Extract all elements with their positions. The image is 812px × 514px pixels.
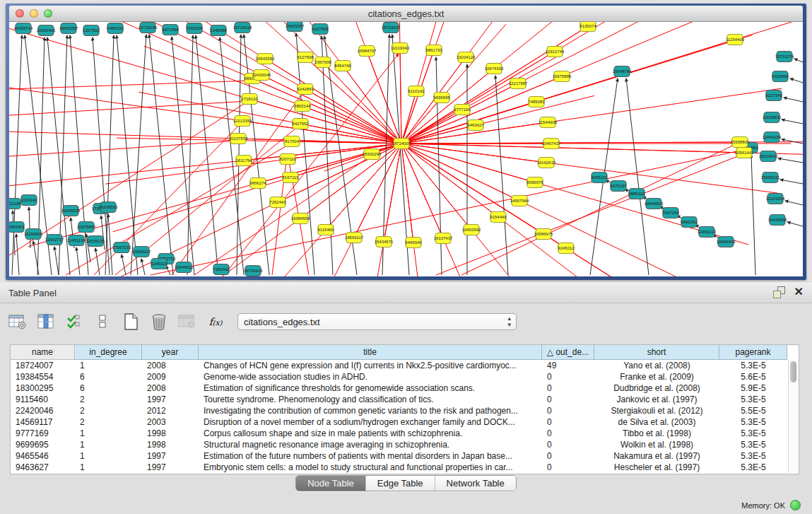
graph-node[interactable]: 9777169 <box>454 105 471 115</box>
graph-node[interactable]: 7637242 <box>662 208 679 218</box>
graph-node[interactable]: 10944523 <box>645 199 664 209</box>
deselect-all-icon[interactable] <box>92 311 113 332</box>
graph-node[interactable]: 1811794 <box>236 156 253 166</box>
graph-node[interactable]: 15751074 <box>775 52 794 62</box>
graph-node[interactable]: 9886101 <box>628 189 645 199</box>
graph-node[interactable]: 7252443 <box>269 197 286 208</box>
graph-node[interactable]: 9331106 <box>9 199 21 209</box>
graph-node[interactable]: 15723418 <box>233 23 252 33</box>
graph-node[interactable]: 9154469 <box>490 212 507 223</box>
graph-node[interactable]: 16563287 <box>286 22 305 32</box>
graph-node[interactable]: 1327602 <box>83 25 100 36</box>
table-row[interactable]: 946554611997Estimation of the future num… <box>11 450 799 462</box>
graph-node[interactable]: 19384554 <box>291 214 310 224</box>
graph-node[interactable]: 16648784 <box>613 66 632 77</box>
table-row[interactable]: 977716911998Corpus callosum shape and si… <box>11 428 799 439</box>
tab-network-table[interactable]: Network Table <box>435 476 516 491</box>
graph-node[interactable]: 10975887 <box>77 222 96 233</box>
graph-node[interactable]: 12450122 <box>698 227 717 238</box>
graph-node[interactable]: 12921744 <box>546 47 565 57</box>
graph-node[interactable]: 14569117 <box>345 233 364 243</box>
graph-node[interactable]: 10975886 <box>553 71 572 82</box>
table-row[interactable]: 1830029562008Estimation of significance … <box>11 382 799 394</box>
graph-node[interactable]: 20691406 <box>37 25 56 36</box>
graph-node[interactable]: 12444154 <box>763 132 782 143</box>
graph-node[interactable]: 7615526 <box>186 23 203 34</box>
graph-node[interactable]: 10543392 <box>256 54 275 64</box>
scrollbar-thumb[interactable] <box>790 361 796 382</box>
new-document-icon[interactable] <box>120 311 141 332</box>
graph-node[interactable]: 12505135 <box>86 236 105 247</box>
select-all-icon[interactable] <box>64 311 85 332</box>
graph-node[interactable]: 9127508 <box>297 52 314 63</box>
graph-node[interactable]: 44355714 <box>14 23 33 34</box>
graph-node[interactable]: 10958107 <box>132 247 151 257</box>
graph-node[interactable]: 8454749 <box>334 61 351 71</box>
graph-node[interactable]: 15724007 <box>382 23 401 33</box>
table-row[interactable]: 1872400712008Changes of HCN gene express… <box>11 360 799 371</box>
graph-node[interactable]: 11156803 <box>24 229 42 240</box>
graph-node[interactable]: 2248058 <box>210 25 227 36</box>
table-row[interactable]: 1938455462009Genome-wide association stu… <box>11 371 799 382</box>
graph-node[interactable]: 2803144 <box>294 101 311 112</box>
graph-node[interactable]: 12217987 <box>509 78 528 89</box>
graph-node[interactable]: 9245012 <box>558 243 575 254</box>
minimize-window-icon[interactable] <box>30 9 38 18</box>
graph-node[interactable]: 16210643 <box>759 151 778 162</box>
graph-node[interactable]: 9806274 <box>249 178 266 189</box>
delete-icon[interactable] <box>148 311 170 332</box>
graph-node[interactable]: 9245013 <box>151 259 167 269</box>
graph-node[interactable]: 22420046 <box>252 70 271 81</box>
graph-node[interactable]: 7485083 <box>528 97 545 107</box>
graph-node[interactable]: 8096975 <box>526 177 543 188</box>
graph-node[interactable]: 4671958 <box>162 25 179 35</box>
column-header-out_degree[interactable]: △ out_de... <box>542 345 594 360</box>
graph-node[interactable]: 10974393 <box>485 64 504 74</box>
zoom-window-icon[interactable] <box>44 9 52 18</box>
table-row[interactable]: 969969511998Structural magnetic resonanc… <box>11 439 799 450</box>
graph-node[interactable]: 14957964 <box>510 196 529 206</box>
table-row[interactable]: 1456911722003Disruption of a novel membe… <box>11 416 799 428</box>
graph-node[interactable]: 10944522 <box>175 262 194 273</box>
show-columns-icon[interactable] <box>35 311 57 332</box>
close-window-icon[interactable] <box>16 9 24 18</box>
graph-node[interactable]: 11254409 <box>726 35 745 45</box>
graph-node[interactable]: 12103354 <box>766 194 785 204</box>
graph-node[interactable]: 10467437 <box>542 139 561 149</box>
column-header-name[interactable]: name <box>11 345 75 360</box>
graph-node[interactable]: 17957233 <box>112 243 131 253</box>
graph-node[interactable]: 16162615 <box>537 158 556 168</box>
graph-node[interactable]: 26206593 <box>99 202 118 213</box>
table-row[interactable]: 911546021997Tourette syndrome. Phenomeno… <box>11 394 799 405</box>
graph-node[interactable]: 9862051 <box>681 217 698 228</box>
graph-node[interactable]: 1193142 <box>21 195 38 206</box>
graph-node[interactable]: 10586975 <box>534 229 553 240</box>
graph-node[interactable]: 8267110 <box>280 154 297 165</box>
graph-node[interactable]: 16734419 <box>244 266 263 276</box>
graph-node[interactable]: 8950561 <box>9 222 25 233</box>
graph-node[interactable]: 10107553 <box>229 134 248 144</box>
column-header-short[interactable]: short <box>594 345 719 360</box>
graph-node[interactable]: 12942737 <box>45 235 64 245</box>
graph-node[interactable]: 9465546 <box>405 238 422 248</box>
vertical-scrollbar[interactable] <box>788 360 799 473</box>
delete-table-icon[interactable] <box>177 311 198 332</box>
graph-node[interactable]: 9329966 <box>772 71 789 82</box>
network-canvas[interactable]: 4435571420691406106532871327602646610010… <box>9 22 803 276</box>
graph-node[interactable]: 9699695 <box>433 93 450 103</box>
table-row[interactable]: 946362711997Embryonic stem cells: a mode… <box>11 462 799 473</box>
function-builder-icon[interactable]: f(x) <box>205 311 226 332</box>
graph-node[interactable]: 16107437 <box>434 233 453 244</box>
graph-node[interactable]: 8427552 <box>292 119 309 129</box>
table-selector-dropdown[interactable]: citations_edges.txt ▴▾ <box>237 313 517 330</box>
graph-node[interactable]: 18300295 <box>363 149 382 160</box>
graph-node[interactable]: 10954409 <box>717 237 736 247</box>
column-header-in_degree[interactable]: in_degree <box>75 345 142 360</box>
table-row[interactable]: 2242004622012Investigating the contribut… <box>11 405 799 416</box>
graph-node[interactable]: 6110142 <box>408 86 425 97</box>
network-graph[interactable]: 4435571420691406106532871327602646610010… <box>9 22 803 276</box>
graph-node[interactable]: 8135074 <box>579 22 596 32</box>
graph-node[interactable]: 12213359 <box>233 116 252 127</box>
graph-node[interactable]: 12093832 <box>763 112 782 123</box>
graph-node[interactable]: 9127506 <box>312 24 329 35</box>
